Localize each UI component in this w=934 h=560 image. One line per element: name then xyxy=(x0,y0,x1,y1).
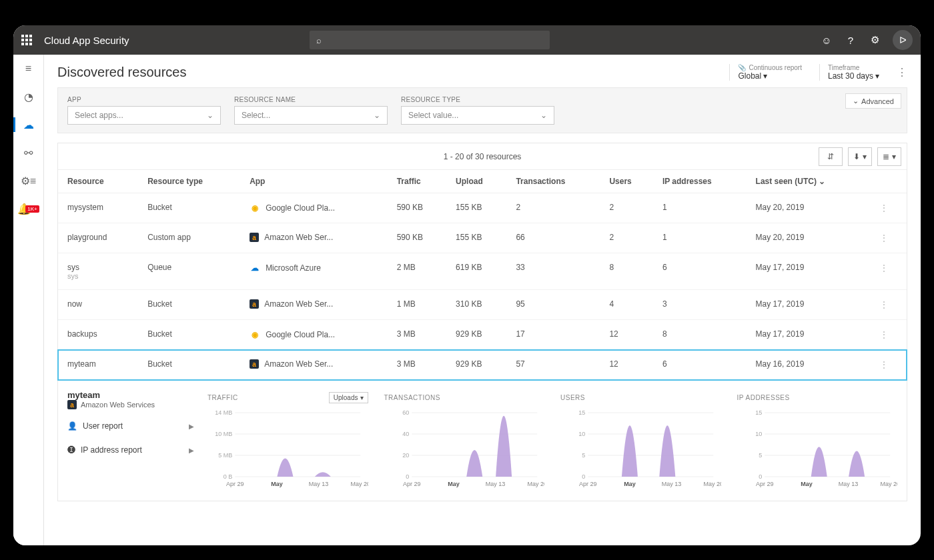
chart-title: TRANSACTIONS xyxy=(384,394,440,401)
detail-provider: Amazon Web Services xyxy=(81,401,155,409)
row-more-menu[interactable]: ⋮ xyxy=(879,299,889,310)
page-more-menu[interactable]: ⋮ xyxy=(897,66,907,79)
chevron-right-icon: ▶ xyxy=(189,447,194,454)
col-tx[interactable]: Transactions xyxy=(509,170,602,193)
detail-panel: myteam aAmazon Web Services 👤User report… xyxy=(57,381,907,501)
table-view-button[interactable]: ≣ ▾ xyxy=(877,147,901,166)
filter-resname-label: RESOURCE NAME xyxy=(234,96,388,103)
menu-toggle-icon[interactable]: ≡ xyxy=(13,59,43,79)
table-count: 1 - 20 of 30 resources xyxy=(444,152,522,161)
table-density-button[interactable]: ⇵ xyxy=(819,147,843,166)
svg-text:10: 10 xyxy=(755,431,762,437)
app-title: Cloud App Security xyxy=(44,35,129,46)
link-icon: 📎 xyxy=(738,64,746,71)
table-download-button[interactable]: ⬇ ▾ xyxy=(848,147,872,166)
svg-text:May 20: May 20 xyxy=(703,481,721,487)
svg-text:May: May xyxy=(271,481,283,487)
resources-table: 1 - 20 of 30 resources ⇵ ⬇ ▾ ≣ ▾ Resourc… xyxy=(57,143,907,381)
aws-icon: a xyxy=(250,299,259,309)
chart-title: IP ADDRESSES xyxy=(737,394,790,401)
chart-transactions: TRANSACTIONS6040200Apr 29MayMay 13May 20 xyxy=(384,390,545,491)
chevron-down-icon: ▾ xyxy=(360,394,364,401)
search-input[interactable]: ⌕ xyxy=(310,31,550,49)
timeframe-dropdown[interactable]: Last 30 days▾ xyxy=(828,71,879,81)
table-row[interactable]: playgroundCustom appaAmazon Web Ser...59… xyxy=(58,223,907,253)
col-ips[interactable]: IP addresses xyxy=(656,170,749,193)
sidebar-investigate[interactable]: ⚯ xyxy=(13,143,43,163)
col-app[interactable]: App xyxy=(243,170,390,193)
table-row[interactable]: mysystemBucket◉Google Cloud Pla...590 KB… xyxy=(58,193,907,223)
row-more-menu[interactable]: ⋮ xyxy=(879,263,889,273)
col-traffic[interactable]: Traffic xyxy=(390,170,449,193)
chart-ip addresses: IP ADDRESSES151050Apr 29MayMay 13May 20 xyxy=(737,390,898,491)
continuous-report-dropdown[interactable]: Global▾ xyxy=(738,71,802,81)
col-users[interactable]: Users xyxy=(602,170,655,193)
page-title: Discovered resources xyxy=(57,65,729,80)
svg-text:5 MB: 5 MB xyxy=(218,452,232,459)
ip-icon: 🅘 xyxy=(67,445,75,455)
table-row[interactable]: myteamBucketaAmazon Web Ser...3 MB929 KB… xyxy=(58,350,907,380)
continuous-report-label: Continuous report xyxy=(749,64,802,71)
main-content: Discovered resources 📎Continuous report … xyxy=(44,55,921,545)
row-more-menu[interactable]: ⋮ xyxy=(879,203,889,213)
app-launcher-icon[interactable] xyxy=(21,35,32,45)
table-row[interactable]: syssysQueue☁Microsoft Azure2 MB619 KB338… xyxy=(58,253,907,290)
svg-text:May 20: May 20 xyxy=(527,481,544,487)
aws-icon: a xyxy=(250,359,259,369)
chevron-down-icon: ▾ xyxy=(875,71,879,81)
chevron-down-icon: ⌄ xyxy=(540,111,547,120)
svg-text:10: 10 xyxy=(578,431,585,437)
table-row[interactable]: backupsBucket◉Google Cloud Pla...3 MB929… xyxy=(58,320,907,350)
svg-text:5: 5 xyxy=(582,452,585,459)
chart-traffic: TRAFFICUploads ▾14 MB10 MB5 MB0 BApr 29M… xyxy=(207,390,368,491)
sidebar: ≡ ◔ ☁ ⚯ ⚙≡ 🔔1K+ xyxy=(13,55,44,545)
row-more-menu[interactable]: ⋮ xyxy=(879,359,889,370)
col-resource[interactable]: Resource xyxy=(58,170,141,193)
svg-text:May 13: May 13 xyxy=(838,481,858,487)
table-row[interactable]: nowBucketaAmazon Web Ser...1 MB310 KB954… xyxy=(58,290,907,320)
filter-resname-select[interactable]: Select...⌄ xyxy=(234,106,388,125)
advanced-toggle[interactable]: ⌄Advanced xyxy=(845,93,901,109)
chevron-down-icon: ⌄ xyxy=(207,111,213,120)
user-report-link[interactable]: 👤User report ▶ xyxy=(67,419,194,433)
svg-text:Apr 29: Apr 29 xyxy=(755,481,773,487)
svg-text:0 B: 0 B xyxy=(223,473,233,480)
ip-report-link[interactable]: 🅘IP address report ▶ xyxy=(67,443,194,457)
svg-text:May 13: May 13 xyxy=(662,481,682,487)
sidebar-dashboard[interactable]: ◔ xyxy=(13,87,43,107)
sidebar-discover[interactable]: ☁ xyxy=(13,115,43,135)
chevron-down-icon: ▾ xyxy=(763,71,767,81)
svg-text:0: 0 xyxy=(406,473,409,480)
feedback-icon[interactable]: ☺ xyxy=(821,34,833,46)
chevron-down-icon: ⌄ xyxy=(819,177,825,186)
settings-icon[interactable]: ⚙ xyxy=(869,34,881,46)
svg-text:Apr 29: Apr 29 xyxy=(226,481,244,487)
col-type[interactable]: Resource type xyxy=(141,170,243,193)
timeframe-label: Timeframe xyxy=(828,64,879,71)
detail-resource-name: myteam xyxy=(67,390,194,400)
chart-users: USERS151050Apr 29MayMay 13May 20 xyxy=(560,390,721,491)
sidebar-control[interactable]: ⚙≡ xyxy=(13,171,43,191)
svg-text:May 20: May 20 xyxy=(880,481,897,487)
avatar[interactable]: ᐅ xyxy=(893,30,913,50)
svg-text:Apr 29: Apr 29 xyxy=(402,481,420,487)
filter-restype-select[interactable]: Select value...⌄ xyxy=(401,106,554,125)
user-icon: 👤 xyxy=(67,421,77,431)
help-icon[interactable]: ? xyxy=(845,34,857,46)
col-lastseen[interactable]: Last seen (UTC) ⌄ xyxy=(749,170,873,193)
svg-text:May 20: May 20 xyxy=(350,481,368,487)
app-frame: Cloud App Security ⌕ ☺ ? ⚙ ᐅ ≡ ◔ ☁ ⚯ ⚙≡ … xyxy=(13,25,921,545)
svg-text:60: 60 xyxy=(402,409,409,416)
row-more-menu[interactable]: ⋮ xyxy=(879,233,889,243)
svg-text:10 MB: 10 MB xyxy=(215,431,232,437)
sidebar-alerts[interactable]: 🔔1K+ xyxy=(13,199,43,219)
azure-icon: ☁ xyxy=(250,263,260,273)
filter-app-select[interactable]: Select apps...⌄ xyxy=(67,106,221,125)
traffic-mode-select[interactable]: Uploads ▾ xyxy=(329,392,368,403)
svg-text:40: 40 xyxy=(402,431,409,437)
col-upload[interactable]: Upload xyxy=(449,170,509,193)
filter-app-label: APP xyxy=(67,96,221,103)
row-more-menu[interactable]: ⋮ xyxy=(879,329,889,340)
top-bar: Cloud App Security ⌕ ☺ ? ⚙ ᐅ xyxy=(13,25,921,55)
chevron-down-icon: ⌄ xyxy=(853,97,859,105)
